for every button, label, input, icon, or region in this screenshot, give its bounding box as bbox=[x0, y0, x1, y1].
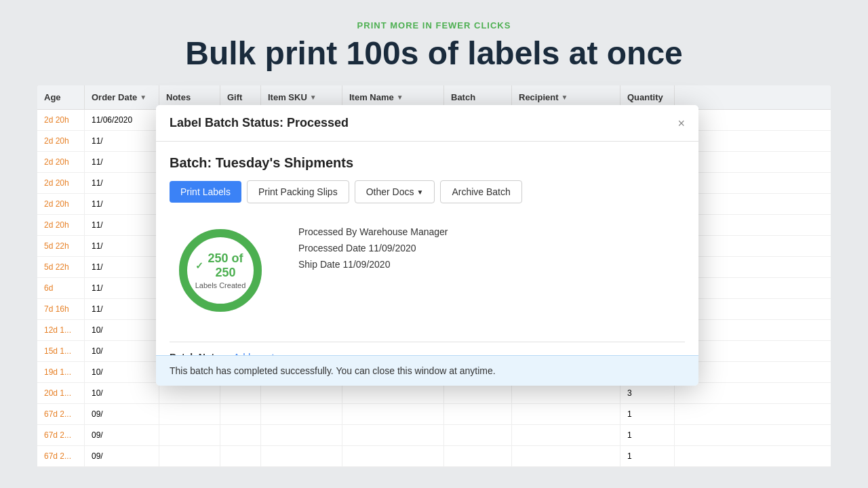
cell-orderdate: 11/ bbox=[85, 278, 159, 298]
cell-orderdate: 09/ bbox=[85, 425, 159, 445]
cell-batch bbox=[444, 383, 512, 403]
cell-itemname bbox=[342, 383, 444, 403]
cell-age: 2d 20h bbox=[37, 215, 85, 235]
print-labels-button[interactable]: Print Labels bbox=[170, 181, 241, 203]
print-packing-button[interactable]: Print Packing Slips bbox=[247, 180, 349, 203]
cell-age: 20d 1... bbox=[37, 383, 85, 403]
cell-age: 2d 20h bbox=[37, 110, 85, 130]
cell-orderdate: 10/ bbox=[85, 383, 159, 403]
success-banner: This batch has completed successfully. Y… bbox=[156, 355, 698, 386]
cell-age: 19d 1... bbox=[37, 362, 85, 382]
cell-age: 5d 22h bbox=[37, 236, 85, 256]
cell-notes bbox=[159, 446, 220, 466]
hero-title: Bulk print 100s of labels at once bbox=[0, 36, 868, 72]
cell-itemname bbox=[342, 404, 444, 424]
cell-age: 7d 16h bbox=[37, 299, 85, 319]
chevron-down-icon: ▼ bbox=[416, 188, 423, 196]
cell-itemsku bbox=[261, 446, 342, 466]
cell-orderdate: 10/ bbox=[85, 341, 159, 361]
cell-orderdate: 11/06/2020 bbox=[85, 110, 159, 130]
batch-status-modal: Label Batch Status: Processed × Batch: T… bbox=[156, 105, 698, 386]
table-row[interactable]: 67d 2... 09/ 1 bbox=[37, 446, 831, 467]
cell-orderdate: 11/ bbox=[85, 152, 159, 172]
table-row[interactable]: 67d 2... 09/ 1 bbox=[37, 425, 831, 446]
cell-itemname bbox=[342, 425, 444, 445]
cell-itemsku bbox=[261, 383, 342, 403]
cell-batch bbox=[444, 404, 512, 424]
cell-notes bbox=[159, 404, 220, 424]
cell-age: 67d 2... bbox=[37, 446, 85, 466]
archive-batch-button[interactable]: Archive Batch bbox=[440, 180, 521, 203]
labels-progress-chart: ✓ 250 of 250 Labels Created bbox=[170, 220, 271, 321]
cell-age: 15d 1... bbox=[37, 341, 85, 361]
sort-icon-recipient: ▼ bbox=[561, 94, 568, 101]
progress-area: ✓ 250 of 250 Labels Created Processed By… bbox=[170, 220, 685, 321]
cell-gift bbox=[220, 425, 261, 445]
cell-orderdate: 11/ bbox=[85, 299, 159, 319]
processed-date-row: Processed Date 11/09/2020 bbox=[298, 243, 448, 253]
cell-age: 2d 20h bbox=[37, 152, 85, 172]
donut-text: ✓ 250 of 250 Labels Created bbox=[195, 251, 246, 289]
hero-subtitle: PRINT MORE IN FEWER CLICKS bbox=[0, 20, 868, 30]
cell-batch bbox=[444, 425, 512, 445]
sort-icon-itemsku: ▼ bbox=[310, 94, 317, 101]
cell-age: 6d bbox=[37, 278, 85, 298]
cell-age: 2d 20h bbox=[37, 173, 85, 193]
cell-orderdate: 11/ bbox=[85, 236, 159, 256]
table-row[interactable]: 20d 1... 10/ 3 bbox=[37, 383, 831, 404]
cell-orderdate: 11/ bbox=[85, 194, 159, 214]
cell-recipient bbox=[512, 383, 620, 403]
cell-quantity: 1 bbox=[620, 404, 675, 424]
cell-orderdate: 10/ bbox=[85, 362, 159, 382]
cell-orderdate: 10/ bbox=[85, 320, 159, 340]
cell-notes bbox=[159, 383, 220, 403]
cell-orderdate: 11/ bbox=[85, 215, 159, 235]
cell-itemsku bbox=[261, 404, 342, 424]
cell-age: 67d 2... bbox=[37, 404, 85, 424]
cell-batch bbox=[444, 446, 512, 466]
cell-quantity: 1 bbox=[620, 425, 675, 445]
cell-gift bbox=[220, 404, 261, 424]
cell-orderdate: 09/ bbox=[85, 404, 159, 424]
cell-quantity: 3 bbox=[620, 383, 675, 403]
cell-itemname bbox=[342, 446, 444, 466]
cell-recipient bbox=[512, 425, 620, 445]
cell-orderdate: 11/ bbox=[85, 131, 159, 151]
cell-age: 2d 20h bbox=[37, 131, 85, 151]
cell-notes bbox=[159, 425, 220, 445]
cell-quantity: 1 bbox=[620, 446, 675, 466]
check-icon: ✓ bbox=[195, 260, 203, 271]
cell-age: 12d 1... bbox=[37, 320, 85, 340]
action-buttons: Print Labels Print Packing Slips Other D… bbox=[170, 180, 685, 203]
batch-info: Processed By Warehouse Manager Processed… bbox=[298, 220, 448, 270]
modal-header: Label Batch Status: Processed × bbox=[156, 105, 698, 142]
cell-recipient bbox=[512, 446, 620, 466]
table-row[interactable]: 67d 2... 09/ 1 bbox=[37, 404, 831, 425]
processed-by-row: Processed By Warehouse Manager bbox=[298, 226, 448, 237]
cell-orderdate: 11/ bbox=[85, 173, 159, 193]
cell-age: 5d 22h bbox=[37, 257, 85, 277]
batch-name: Batch: Tuesday's Shipments bbox=[170, 155, 685, 171]
cell-itemsku bbox=[261, 425, 342, 445]
cell-recipient bbox=[512, 404, 620, 424]
modal-title: Label Batch Status: Processed bbox=[170, 116, 349, 130]
cell-gift bbox=[220, 383, 261, 403]
modal-body: Batch: Tuesday's Shipments Print Labels … bbox=[156, 142, 698, 386]
labels-count: ✓ 250 of 250 bbox=[195, 251, 246, 280]
cell-orderdate: 09/ bbox=[85, 446, 159, 466]
cell-age: 2d 20h bbox=[37, 194, 85, 214]
other-docs-button[interactable]: Other Docs ▼ bbox=[355, 180, 435, 203]
cell-orderdate: 11/ bbox=[85, 257, 159, 277]
modal-close-button[interactable]: × bbox=[677, 117, 685, 129]
sort-icon-itemname: ▼ bbox=[397, 94, 403, 101]
labels-created-label: Labels Created bbox=[195, 281, 246, 289]
sort-icon-orderdate: ▼ bbox=[140, 94, 146, 101]
col-header-orderdate[interactable]: Order Date ▼ bbox=[85, 85, 159, 109]
col-header-age: Age bbox=[37, 85, 85, 109]
cell-gift bbox=[220, 446, 261, 466]
ship-date-row: Ship Date 11/09/2020 bbox=[298, 259, 448, 270]
cell-age: 67d 2... bbox=[37, 425, 85, 445]
hero-section: PRINT MORE IN FEWER CLICKS Bulk print 10… bbox=[0, 0, 868, 85]
